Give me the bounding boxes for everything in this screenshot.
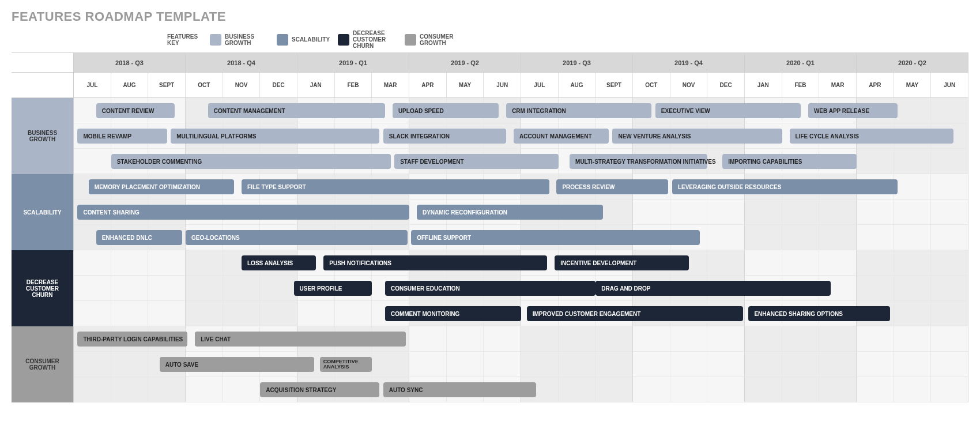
grid-cell [595,377,633,402]
grid-cell [670,377,708,402]
grid-cell [111,276,149,301]
grid-cell [819,326,857,352]
legend-label: SCALABILITY [292,36,330,43]
grid-cell [894,225,932,250]
roadmap-bar[interactable]: MULTI-STRATEGY TRANSFORMATION INITIATIVE… [570,154,707,169]
grid-cell [782,352,820,377]
grid-cell [186,377,223,402]
grid-cell [670,326,708,352]
legend-label: CONSUMER GROWTH [420,33,463,46]
month-header: JUN [484,73,521,98]
grid-cell [372,352,409,377]
roadmap-bar[interactable]: LOSS ANALYSIS [242,255,316,270]
roadmap-bar[interactable]: CONTENT SHARING [77,205,409,220]
roadmap-bar[interactable]: CONTENT MANAGEMENT [208,103,385,118]
page-title: FEATURES ROADMAP TEMPLATE [12,9,968,24]
grid-cell [74,377,111,402]
grid-cell [931,199,968,225]
grid-cell [782,225,820,250]
header-gutter [12,73,74,98]
roadmap-bar[interactable]: ACCOUNT MANAGEMENT [514,129,609,144]
month-header: FEB [782,73,820,98]
roadmap-bar[interactable]: SLACK INTEGRATION [383,129,506,144]
quarter-header: 2019 - Q1 [297,53,409,73]
grid-cell [894,199,932,225]
roadmap-bar[interactable]: MEMORY PLACEMENT OPTIMIZATION [89,179,234,194]
grid-cell [111,352,149,377]
roadmap-bar[interactable]: PUSH NOTIFICATIONS [323,255,547,270]
grid-cell [74,250,111,276]
roadmap-bar[interactable]: PROCESS REVIEW [556,179,668,194]
lanes-container: BUSINESS GROWTHCONTENT REVIEWCONTENT MAN… [12,98,968,402]
roadmap-bar[interactable]: OFFLINE SUPPORT [411,230,700,245]
roadmap-bar[interactable]: MULTILINGUAL PLATFORMS [171,129,379,144]
swatch-icon [210,34,221,46]
quarter-header: 2019 - Q3 [521,53,633,73]
roadmap-bar[interactable]: FILE TYPE SUPPORT [242,179,549,194]
grid-cell [633,352,670,377]
roadmap-bar[interactable]: CRM INTEGRATION [506,103,651,118]
roadmap-bar[interactable]: THIRD-PARTY LOGIN CAPABILITIES [77,332,187,347]
grid-cell [260,301,297,326]
roadmap-bar[interactable]: CONTENT REVIEW [96,103,175,118]
roadmap-bar[interactable]: DRAG AND DROP [595,281,830,296]
grid-cell [447,352,484,377]
grid-cell [297,301,335,326]
grid-cell [819,199,857,225]
roadmap-bar[interactable]: STAKEHOLDER COMMENTING [111,154,391,169]
roadmap-bar[interactable]: WEB APP RELEASE [808,103,898,118]
grid-cell [894,276,932,301]
roadmap-bar[interactable]: LIFE CYCLE ANALYSIS [790,129,954,144]
grid-cell [74,301,111,326]
grid-cell [559,326,596,352]
roadmap-bar[interactable]: ACQUISITION STRATEGY [260,382,379,397]
roadmap-bar[interactable]: ENHANCED SHARING OPTIONS [748,306,890,321]
roadmap-bar[interactable]: INCENTIVE DEVELOPMENT [555,255,689,270]
roadmap-bar[interactable]: DYNAMIC RECONFIGURATION [417,205,603,220]
grid-cell [559,352,596,377]
grid-cell [707,377,745,402]
roadmap-bar[interactable]: STAFF DEVELOPMENT [394,154,559,169]
roadmap-bar[interactable]: AUTO SAVE [160,357,314,372]
roadmap-bar[interactable]: LEVERAGING OUTSIDE RESOURCES [672,179,898,194]
month-header: DEC [707,73,745,98]
roadmap-bar[interactable]: MOBILE REVAMP [77,129,167,144]
roadmap-bar[interactable]: AUTO SYNC [383,382,536,397]
month-header: JUN [931,73,968,98]
roadmap-bar[interactable]: COMMENT MONITORING [385,306,521,321]
grid-cell [745,199,782,225]
quarter-header: 2018 - Q4 [186,53,297,73]
grid-cell [484,352,521,377]
month-header: JUL [521,73,559,98]
grid-cell [186,276,223,301]
grid-cell [745,377,782,402]
grid-cell [931,250,968,276]
grid-cell [633,377,670,402]
legend-label: BUSINESS GROWTH [225,33,269,46]
roadmap-bar[interactable]: EXECUTIVE VIEW [655,103,801,118]
grid-cell [894,352,932,377]
roadmap-bar[interactable]: ENHANCED DNLC [96,230,182,245]
grid-cell [186,301,223,326]
roadmap-bar[interactable]: UPLOAD SPEED [393,103,499,118]
roadmap-bar[interactable]: LIVE CHAT [195,332,405,347]
month-header: APR [409,73,447,98]
month-header: APR [857,73,894,98]
grid-cell [931,225,968,250]
roadmap-bar[interactable]: GEO-LOCATIONS [186,230,408,245]
roadmap-bar[interactable]: COMPETITIVE ANALYSIS [320,357,372,372]
roadmap-bar[interactable]: CONSUMER EDUCATION [385,281,595,296]
grid-cell [857,377,894,402]
roadmap-bar[interactable]: NEW VENTURE ANALYSIS [612,129,782,144]
grid-cell [894,98,932,123]
lane-label: SCALABILITY [12,174,74,250]
legend-item-business-growth: BUSINESS GROWTH [210,33,269,46]
grid-cell [857,352,894,377]
grid-cell [223,276,261,301]
month-header: MAR [819,73,857,98]
months-header: JULAUGSEPTOCTNOVDECJANFEBMARAPRMAYJUNJUL… [74,73,968,98]
roadmap-bar[interactable]: IMPORTING CAPABILITIES [722,154,857,169]
roadmap-bar[interactable]: IMPROVED CUSTOMER ENGAGEMENT [527,306,743,321]
grid-cell [447,326,484,352]
roadmap-bar[interactable]: USER PROFILE [294,281,372,296]
